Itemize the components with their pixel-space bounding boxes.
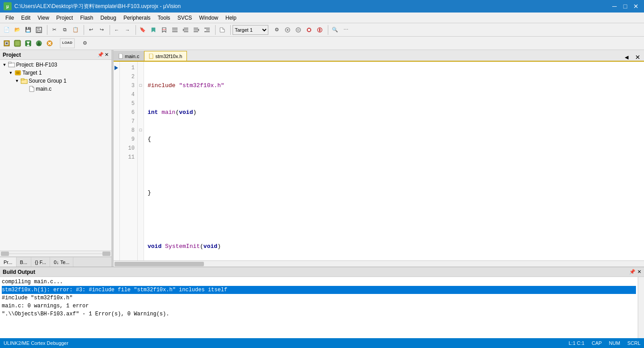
tb2-settings-tool[interactable]: ⚙ — [80, 38, 90, 48]
tb-save[interactable]: 💾 — [23, 25, 33, 35]
tb-nav-fwd[interactable]: → — [123, 25, 132, 35]
minimize-button[interactable]: ─ — [610, 2, 619, 10]
tab-bar-controls: ◄ ✕ — [622, 54, 644, 61]
tb-settings[interactable]: ⚙ — [272, 25, 282, 35]
tab-close-btn[interactable]: ✕ — [633, 54, 642, 61]
window-controls: ─ □ ✕ — [610, 2, 640, 10]
editor-tab-mainc[interactable]: main.c — [114, 51, 144, 61]
panel-tab-project[interactable]: Pr... — [0, 257, 17, 267]
menu-edit[interactable]: Edit — [17, 14, 34, 22]
tb2-eraseflash[interactable] — [45, 38, 55, 48]
tb-undo[interactable]: ↩ — [86, 25, 96, 35]
project-horizontal-scrollbar[interactable] — [0, 251, 111, 257]
svg-point-18 — [296, 28, 301, 32]
tb-stop[interactable] — [304, 25, 314, 35]
project-root-label: Project: BH-F103 — [16, 62, 57, 68]
tb-bookmark3[interactable] — [159, 25, 169, 35]
menu-help[interactable]: Help — [222, 14, 240, 22]
project-panel-header: Project 📌 ✕ — [0, 50, 111, 60]
tb-indent4[interactable] — [202, 25, 212, 35]
menu-project[interactable]: Project — [53, 14, 76, 22]
arrow-empty4 — [114, 99, 119, 108]
fold-line11 — [138, 153, 144, 162]
tab-nav-left[interactable]: ◄ — [622, 54, 631, 61]
build-pin-icon[interactable]: 📌 — [629, 269, 636, 275]
tree-main-c[interactable]: main.c — [0, 85, 111, 93]
fold-line9 — [138, 135, 144, 144]
menu-window[interactable]: Window — [195, 14, 222, 22]
code-line-1: #include "stm32f10x.h" — [148, 81, 640, 90]
arrow-gutter — [114, 62, 120, 260]
tb-build-target[interactable] — [283, 25, 292, 35]
tb-indent2[interactable] — [181, 25, 191, 35]
project-pin-icon[interactable]: 📌 — [97, 52, 104, 58]
tb2-chip[interactable] — [2, 38, 12, 48]
arrow-empty3 — [114, 90, 119, 99]
close-button[interactable]: ✕ — [631, 2, 640, 10]
tb-open[interactable]: 📂 — [13, 25, 22, 35]
tree-toggle-project[interactable]: ▼ — [2, 62, 7, 67]
tb-rebuild[interactable] — [293, 25, 303, 35]
build-output-content[interactable]: compiling main.c... stm32f10x.h(1): erro… — [0, 277, 638, 338]
line-num-3: 3 — [120, 81, 137, 90]
tb2-load[interactable]: LOAD — [60, 38, 75, 48]
panel-tab-functions[interactable]: {} F... — [31, 257, 50, 267]
tb-search[interactable]: 🔍 — [330, 25, 340, 35]
menu-peripherals[interactable]: Peripherals — [120, 14, 154, 22]
svg-rect-38 — [8, 62, 11, 63]
fold-line3[interactable]: □ — [138, 81, 144, 90]
tree-target1[interactable]: ▼ Target 1 — [0, 69, 111, 77]
menu-flash[interactable]: Flash — [76, 14, 97, 22]
tb-copy[interactable]: ⧉ — [60, 25, 70, 35]
editor-scroll-thumb[interactable] — [114, 262, 204, 266]
tb-debug-all[interactable] — [315, 25, 325, 35]
project-close-icon[interactable]: ✕ — [105, 52, 109, 58]
tree-project-root[interactable]: ▼ Project: BH-F103 — [0, 61, 111, 69]
build-close-icon[interactable]: ✕ — [637, 269, 641, 275]
code-line-7: void SystemInit(void) — [148, 242, 640, 251]
toolbar1: 📄 📂 💾 ✂ ⧉ 📋 ↩ ↪ ← → 🔖 Target 1 ⚙ — [0, 23, 644, 37]
sep4 — [134, 25, 136, 35]
tree-source-group1[interactable]: ▼ Source Group 1 — [0, 77, 111, 85]
menu-view[interactable]: View — [34, 14, 53, 22]
tb2-target-options[interactable] — [13, 38, 22, 48]
build-vertical-scrollbar[interactable] — [638, 277, 644, 338]
statusbar-right: L:1 C:1 CAP NUM SCRL — [569, 340, 641, 346]
tb-cut[interactable]: ✂ — [49, 25, 59, 35]
code-line-2: int main(void) — [148, 108, 640, 117]
editor-horizontal-scrollbar[interactable] — [114, 260, 644, 267]
fold-line7 — [138, 117, 144, 126]
tb-open-file[interactable] — [217, 25, 227, 35]
tree-toggle-sourcegroup[interactable]: ▼ — [14, 78, 20, 84]
tb-paste[interactable]: 📋 — [71, 25, 80, 35]
tb-indent[interactable] — [170, 25, 180, 35]
main-area: Project 📌 ✕ ▼ Project: BH-F103 ▼ Target … — [0, 50, 644, 267]
tb-bookmark2[interactable] — [148, 25, 158, 35]
menu-tools[interactable]: Tools — [154, 14, 174, 22]
panel-tab-templates[interactable]: 0↓ Te... — [50, 257, 73, 267]
panel-tab-books[interactable]: B... — [17, 257, 32, 267]
tb-redo[interactable]: ↪ — [97, 25, 106, 35]
maximize-button[interactable]: □ — [621, 2, 630, 10]
editor-tab-stm32[interactable]: stm32f10x.h — [144, 51, 187, 61]
tb-bookmark1[interactable]: 🔖 — [138, 25, 148, 35]
build-line-1: compiling main.c... — [2, 278, 636, 286]
tb-more[interactable]: ⋯ — [341, 25, 351, 35]
panel-tabs: Pr... B... {} F... 0↓ Te... — [0, 257, 111, 267]
tb-nav-back[interactable]: ← — [112, 25, 122, 35]
menu-svcs[interactable]: SVCS — [174, 14, 196, 22]
tb2-flash[interactable] — [34, 38, 44, 48]
line-numbers: 1 2 3 4 5 6 7 8 9 10 11 — [120, 62, 138, 260]
tb2-download[interactable] — [23, 38, 33, 48]
tree-toggle-target1[interactable]: ▼ — [8, 70, 13, 75]
tb-saveall[interactable] — [34, 25, 44, 35]
code-content[interactable]: #include "stm32f10x.h" int main(void) { … — [144, 62, 644, 260]
menu-file[interactable]: File — [2, 14, 17, 22]
fold-line8[interactable]: □ — [138, 126, 144, 135]
window-title: C:\Users\ALEX\Desktop\学习资料\template\BH-F… — [14, 3, 181, 10]
menu-debug[interactable]: Debug — [97, 14, 120, 22]
tb-indent3[interactable] — [191, 25, 201, 35]
target-dropdown[interactable]: Target 1 — [233, 25, 268, 35]
tb-new[interactable]: 📄 — [2, 25, 12, 35]
build-line-2[interactable]: stm32f10x.h(1): error: #3: #include file… — [2, 286, 636, 294]
